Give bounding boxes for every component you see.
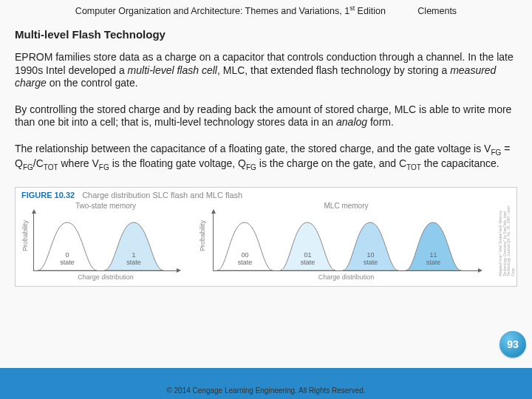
axis-arrow-y-icon [211, 209, 216, 214]
page-number-badge: 93 [499, 331, 526, 358]
p2-c: form. [367, 116, 394, 128]
slc-state-1: 1state [100, 219, 167, 270]
p3-e: is the floating gate voltage, Q [109, 157, 246, 169]
slc-panel: Two-state memory Charge distribution 0st… [33, 212, 177, 271]
mlc-panel: MLC memory Charge distribution 00state 0… [213, 212, 479, 271]
p3-s2: FG [23, 163, 33, 171]
figure-10-32: FIGURE 10.32Charge distribution SLC flas… [15, 187, 517, 287]
p3-g: the capacitance. [421, 157, 499, 169]
p3-c: /C [33, 157, 44, 169]
figure-plots: Probability Probability Two-state memory… [16, 201, 516, 271]
mlc-xlabel: Charge distribution [318, 273, 375, 281]
p1-b: multi-level flash cell [128, 64, 217, 76]
p1-e: on the control gate. [47, 77, 138, 89]
mlc-state-11: 11state [402, 219, 465, 270]
author-name: Clements [417, 6, 457, 16]
y-axis-label-right: Probability [199, 220, 206, 251]
mlc-title: MLC memory [324, 202, 368, 210]
mlc-11-bot: state [426, 259, 441, 266]
figure-number: FIGURE 10.32 [21, 191, 75, 200]
figure-caption: Charge distribution SLC flash and MLC fl… [82, 191, 242, 200]
p3-s1: FG [491, 148, 501, 156]
slc-state-1-bot: state [126, 259, 141, 266]
p3-a: The relationship between the capacitance… [15, 143, 491, 154]
slide-header: Computer Organization and Architecture: … [0, 0, 532, 25]
paragraph-2: By controlling the stored charge and by … [0, 103, 532, 143]
p2-b: analog [336, 116, 367, 128]
axis-arrow-x-icon [177, 268, 181, 273]
paragraph-3: The relationship between the capacitance… [0, 143, 532, 186]
edition-tail: Edition [355, 6, 386, 16]
figure-header: FIGURE 10.32Charge distribution SLC flas… [16, 188, 516, 201]
mlc-00-bot: state [238, 259, 253, 266]
mlc-10-bot: state [364, 259, 378, 266]
p1-c: , MLC, that extended flash technology by… [217, 64, 450, 76]
p3-d: where V [58, 157, 99, 169]
mlc-state-00: 00state [214, 219, 276, 270]
axis-arrow-x-icon [478, 268, 482, 273]
mlc-state-10: 10state [339, 219, 402, 270]
p3-s6: TOT [406, 163, 421, 171]
book-title: Computer Organization and Architecture: … [75, 6, 349, 16]
slc-title: Two-state memory [75, 202, 136, 210]
slc-state-0: 0state [34, 219, 100, 270]
p2-a: By controlling the stored charge and by … [15, 103, 511, 129]
figure-credit: Adapted from "Intel StrataFlash Memory T… [499, 202, 515, 276]
y-axis-label-left: Probability [21, 220, 29, 251]
p3-s5: FG [246, 163, 256, 171]
slc-state-0-bot: state [60, 259, 75, 266]
p3-f: is the charge on the gate, and C [256, 157, 406, 169]
p3-s4: FG [99, 163, 109, 171]
copyright-footer: © 2014 Cengage Learning Engineering. All… [0, 386, 532, 395]
p3-s3: TOT [44, 163, 58, 171]
slc-xlabel: Charge distribution [78, 273, 134, 281]
mlc-state-01: 01state [276, 219, 339, 270]
mlc-01-bot: state [301, 259, 316, 266]
axis-arrow-y-icon [32, 209, 36, 214]
section-title: Multi-level Flash Technology [0, 25, 532, 51]
paragraph-1: EPROM families store data as a charge on… [0, 51, 532, 103]
